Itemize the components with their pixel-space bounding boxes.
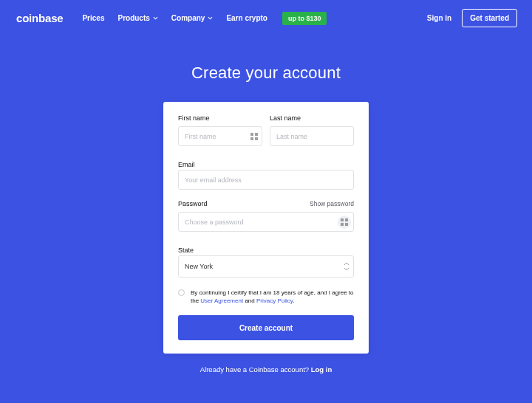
consent-checkbox[interactable] — [178, 289, 185, 296]
get-started-button[interactable]: Get started — [462, 9, 517, 27]
last-name-input[interactable] — [270, 126, 354, 146]
login-link[interactable]: Log in — [311, 365, 332, 373]
create-account-button[interactable]: Create account — [178, 315, 354, 340]
nav-links: Prices Products Company Earn crypto up t… — [82, 12, 327, 25]
consent-and: and — [243, 297, 256, 304]
chevron-down-icon — [208, 16, 213, 21]
nav-right: Sign in Get started — [427, 9, 517, 27]
nav-company[interactable]: Company — [171, 14, 214, 22]
state-select[interactable]: New York — [178, 255, 354, 278]
top-nav: coinbase Prices Products Company Earn cr… — [0, 0, 532, 28]
signin-link[interactable]: Sign in — [427, 14, 451, 22]
last-name-label: Last name — [270, 114, 354, 122]
chevron-down-icon — [153, 16, 158, 21]
logo[interactable]: coinbase — [16, 12, 63, 24]
earn-badge[interactable]: up to $130 — [282, 12, 327, 25]
consent-row: By continuing I certify that I am 18 yea… — [178, 289, 354, 305]
nav-products-label: Products — [117, 14, 149, 22]
consent-period: . — [293, 297, 294, 304]
password-input[interactable] — [178, 212, 354, 232]
email-label: Email — [178, 161, 195, 168]
first-name-label: First name — [178, 114, 262, 122]
state-label: State — [178, 247, 194, 254]
password-label: Password — [178, 200, 208, 207]
email-input[interactable] — [178, 170, 354, 190]
password-autofill-icon[interactable] — [338, 216, 351, 229]
nav-prices[interactable]: Prices — [82, 14, 104, 22]
footer-already: Already have a Coinbase account? — [200, 365, 311, 373]
nav-products[interactable]: Products — [117, 14, 157, 22]
nav-company-label: Company — [171, 14, 205, 22]
nav-earn-crypto[interactable]: Earn crypto — [226, 14, 267, 22]
show-password-link[interactable]: Show password — [310, 200, 354, 207]
privacy-policy-link[interactable]: Privacy Policy — [256, 297, 293, 304]
first-name-input[interactable] — [178, 126, 262, 146]
page-title: Create your account — [0, 63, 532, 83]
autofill-icon — [250, 133, 258, 140]
footer: Already have a Coinbase account? Log in — [0, 365, 532, 373]
autofill-icon — [341, 218, 348, 226]
consent-text: By continuing I certify that I am 18 yea… — [191, 289, 354, 305]
signup-card: First name Last name Email Password Show… — [163, 102, 369, 354]
user-agreement-link[interactable]: User Agreement — [200, 297, 243, 304]
